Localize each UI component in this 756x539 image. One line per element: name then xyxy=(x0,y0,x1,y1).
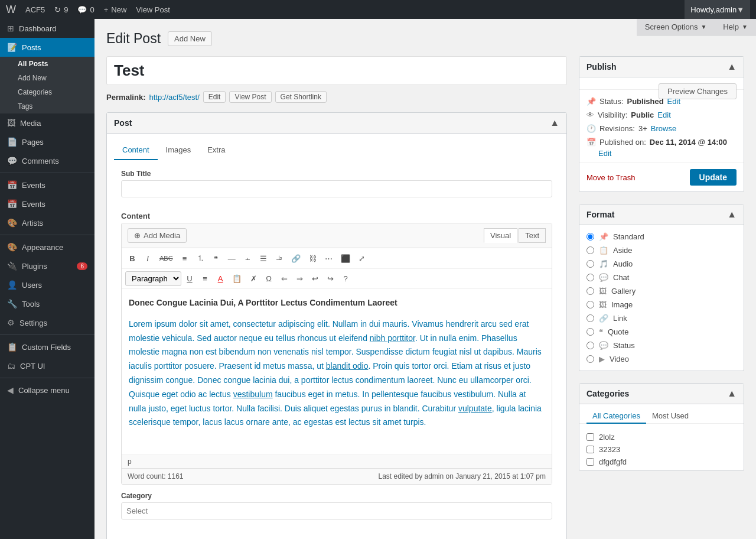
fullscreen-button[interactable]: ⤢ xyxy=(355,252,369,265)
undo-button[interactable]: ↩ xyxy=(308,272,322,285)
screen-options-button[interactable]: Screen Options ▼ xyxy=(637,19,715,35)
most-used-tab[interactable]: Most Used xyxy=(646,409,695,424)
add-media-button[interactable]: ⊕ Add Media xyxy=(128,228,187,243)
revisions-browse-link[interactable]: Browse xyxy=(651,124,676,133)
sidebar-item-tools[interactable]: 🔧 Tools xyxy=(0,294,94,313)
format-option-aside[interactable]: 📋 Aside xyxy=(579,243,744,257)
sidebar-item-events-1[interactable]: 📅 Events xyxy=(0,176,94,194)
sidebar-item-settings[interactable]: ⚙ Settings xyxy=(0,313,94,332)
published-edit-link[interactable]: Edit xyxy=(598,149,611,158)
visibility-edit-link[interactable]: Edit xyxy=(657,111,670,119)
indent-button[interactable]: ⇒ xyxy=(292,272,307,285)
wp-logo-icon[interactable]: W xyxy=(6,4,16,16)
link-button[interactable]: 🔗 xyxy=(288,252,304,265)
publish-meta-box-header[interactable]: Publish ▲ xyxy=(579,57,744,77)
visual-tab[interactable]: Visual xyxy=(484,228,517,243)
submenu-categories[interactable]: Categories xyxy=(0,85,94,99)
strikethrough-button[interactable]: ABC xyxy=(156,252,177,264)
blockquote-button[interactable]: ❝ xyxy=(209,252,223,265)
publish-toggle-icon[interactable]: ▲ xyxy=(727,61,737,72)
subtitle-input[interactable] xyxy=(121,180,552,197)
sidebar-item-pages[interactable]: 📄 Pages xyxy=(0,132,94,151)
sidebar-item-users[interactable]: 👤 Users xyxy=(0,275,94,294)
format-option-audio[interactable]: 🎵 Audio xyxy=(579,257,744,271)
horizontal-rule-button[interactable]: — xyxy=(224,252,239,265)
categories-meta-box-header[interactable]: Categories ▲ xyxy=(579,384,744,404)
post-meta-box-header[interactable]: Post ▲ xyxy=(107,113,566,134)
tab-content[interactable]: Content xyxy=(114,141,158,160)
permalink-edit-button[interactable]: Edit xyxy=(203,91,226,103)
view-post-button[interactable]: View Post xyxy=(229,91,271,103)
format-select[interactable]: Paragraph xyxy=(125,271,181,286)
submenu-all-posts[interactable]: All Posts xyxy=(0,57,94,71)
submenu-add-new[interactable]: Add New xyxy=(0,71,94,85)
help-button-editor[interactable]: ? xyxy=(338,272,353,285)
outdent-button[interactable]: ⇐ xyxy=(277,272,291,285)
clear-format-button[interactable]: ✗ xyxy=(246,272,260,285)
italic-button[interactable]: I xyxy=(141,252,155,265)
sidebar-item-dashboard[interactable]: ⊞ Dashboard xyxy=(0,19,94,38)
status-edit-link[interactable]: Edit xyxy=(667,97,680,106)
align-left-button[interactable]: ⫠ xyxy=(240,252,255,265)
align-center-button[interactable]: ☰ xyxy=(256,252,271,265)
categories-toggle-icon[interactable]: ▲ xyxy=(727,388,737,399)
category-checkbox-2lolz[interactable] xyxy=(586,433,594,441)
text-tab[interactable]: Text xyxy=(519,228,546,243)
ordered-list-button[interactable]: ⒈ xyxy=(193,251,208,266)
submenu-tags[interactable]: Tags xyxy=(0,99,94,113)
category-checkbox-dfgdfgfd[interactable] xyxy=(586,458,594,466)
sidebar-item-comments[interactable]: 💬 Comments xyxy=(0,151,94,170)
sidebar-item-artists[interactable]: 🎨 Artists xyxy=(0,213,94,232)
format-radio-audio[interactable] xyxy=(586,260,594,268)
format-radio-video[interactable] xyxy=(586,355,594,363)
tab-images[interactable]: Images xyxy=(158,141,200,160)
format-radio-gallery[interactable] xyxy=(586,287,594,295)
format-radio-status[interactable] xyxy=(586,342,594,349)
sidebar-collapse[interactable]: ◀ Collapse menu xyxy=(0,381,94,400)
format-option-standard[interactable]: 📌 Standard xyxy=(579,230,744,243)
paste-as-text-button[interactable]: 📋 xyxy=(229,272,245,285)
post-meta-box-toggle-icon[interactable]: ▲ xyxy=(550,118,559,128)
add-new-button[interactable]: Add New xyxy=(168,31,212,46)
adminbar-updates[interactable]: ↻ 9 xyxy=(54,5,68,14)
format-option-quote[interactable]: ❝ Quote xyxy=(579,325,744,339)
format-option-link[interactable]: 🔗 Link xyxy=(579,311,744,325)
sidebar-item-media[interactable]: 🖼 Media xyxy=(0,113,94,132)
adminbar-comments[interactable]: 💬 0 xyxy=(77,5,94,14)
format-option-chat[interactable]: 💬 Chat xyxy=(579,271,744,284)
format-option-status[interactable]: 💬 Status xyxy=(579,339,744,352)
format-option-video[interactable]: ▶ Video xyxy=(579,352,744,366)
trash-link[interactable]: Move to Trash xyxy=(586,173,635,182)
format-radio-aside[interactable] xyxy=(586,246,594,254)
format-radio-quote[interactable] xyxy=(586,328,594,336)
all-categories-tab[interactable]: All Categories xyxy=(586,409,646,424)
format-option-image[interactable]: 🖼 Image xyxy=(579,298,744,311)
redo-button[interactable]: ↪ xyxy=(323,272,337,285)
unlink-button[interactable]: ⛓ xyxy=(305,252,320,265)
format-radio-image[interactable] xyxy=(586,301,594,309)
insert-more-button[interactable]: ⋯ xyxy=(321,252,336,265)
format-meta-box-header[interactable]: Format ▲ xyxy=(579,204,744,225)
adminbar-view-post[interactable]: View Post xyxy=(136,5,170,14)
category-checkbox-32323[interactable] xyxy=(586,446,594,453)
adminbar-site-name[interactable]: ACF5 xyxy=(25,5,45,14)
post-title-input[interactable] xyxy=(106,56,567,85)
format-toggle-icon[interactable]: ▲ xyxy=(727,209,737,220)
sidebar-item-cpt-ui[interactable]: 🗂 CPT UI xyxy=(0,356,94,375)
format-radio-link[interactable] xyxy=(586,314,594,322)
format-radio-standard[interactable] xyxy=(586,233,594,241)
sidebar-item-plugins[interactable]: 🔌 Plugins 6 xyxy=(0,256,94,275)
format-option-gallery[interactable]: 🖼 Gallery xyxy=(579,284,744,298)
list-style-button[interactable]: ≡ xyxy=(198,272,212,285)
sidebar-item-posts[interactable]: 📝 Posts xyxy=(0,38,94,57)
bold-button[interactable]: B xyxy=(125,252,139,265)
adminbar-new[interactable]: + New xyxy=(104,5,127,14)
unordered-list-button[interactable]: ≡ xyxy=(178,252,192,265)
underline-button[interactable]: U xyxy=(183,272,197,285)
category-select[interactable] xyxy=(121,502,552,519)
text-color-button[interactable]: A xyxy=(213,272,227,285)
get-shortlink-button[interactable]: Get Shortlink xyxy=(275,91,327,103)
tab-extra[interactable]: Extra xyxy=(199,141,233,160)
editor-content[interactable]: Donec Congue Lacinia Dui, A Porttitor Le… xyxy=(122,289,552,454)
help-button[interactable]: Help ▼ xyxy=(715,19,756,35)
